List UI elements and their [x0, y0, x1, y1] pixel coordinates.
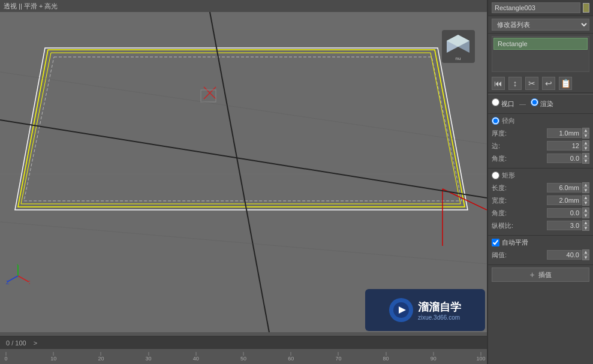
length-input[interactable] — [547, 183, 582, 192]
ruler-mark: 70 — [335, 356, 341, 362]
move-up-button[interactable]: ↕ — [508, 77, 522, 90]
ruler-mark: 60 — [288, 356, 294, 362]
pin-button[interactable]: ⏮ — [492, 77, 505, 90]
modifier-dropdown-row: 修改器列表 — [488, 16, 593, 34]
sides-row: 边: ▲ ▼ — [492, 140, 589, 151]
ruler-mark: 20 — [98, 356, 104, 362]
thickness-down[interactable]: ▼ — [582, 133, 589, 139]
ruler-mark: 0 — [4, 356, 7, 362]
width-input-wrap: ▲ ▼ — [547, 195, 589, 206]
auto-smooth-checkbox[interactable] — [492, 239, 499, 246]
auto-smooth-label: 自动平滑 — [502, 238, 528, 247]
timeline-controls: 0 / 100 > — [0, 336, 487, 350]
interpolate-label: 插值 — [538, 270, 552, 279]
rect-angle-row: 角度: ▲ ▼ — [492, 207, 589, 218]
aspect-up[interactable]: ▲ — [582, 220, 589, 225]
sides-input-wrap: ▲ ▼ — [547, 140, 589, 151]
length-spinner: ▲ ▼ — [582, 182, 589, 193]
threshold-label: 阈值: — [492, 251, 516, 260]
panel-icons-row: ⏮ ↕ ✂ ↩ 📋 — [488, 74, 593, 93]
sides-input[interactable] — [547, 141, 582, 151]
radial-radio[interactable] — [492, 117, 499, 125]
sides-spinner: ▲ ▼ — [582, 140, 589, 151]
radial-angle-down[interactable]: ▼ — [582, 158, 589, 164]
cube-icon[interactable]: nu — [442, 30, 475, 63]
threshold-spinner: ▲ ▼ — [582, 249, 589, 260]
width-spinner: ▲ ▼ — [582, 195, 589, 206]
svg-line-20 — [18, 276, 29, 282]
viewport-canvas[interactable]: nu X Y Z — [0, 12, 487, 336]
viewport-topbar: 透视 || 平滑 + 高光 — [0, 0, 487, 12]
plus-icon: + — [529, 270, 534, 279]
rect-header-row: 矩形 — [492, 171, 589, 180]
paste-button[interactable]: ↩ — [542, 77, 555, 90]
rect-angle-spinner: ▲ ▼ — [582, 207, 589, 218]
render-radio[interactable] — [531, 98, 538, 106]
ruler-mark: 50 — [240, 356, 246, 362]
ruler-mark: 10 — [50, 356, 56, 362]
radial-label: 径向 — [502, 116, 515, 125]
rect-label: 矩形 — [502, 171, 515, 180]
copy-button[interactable]: 📋 — [559, 77, 572, 90]
viewport-radio[interactable] — [492, 98, 499, 106]
axis-indicator: X Y Z — [6, 264, 30, 288]
ruler-mark: 40 — [193, 356, 199, 362]
width-row: 宽度: ▲ ▼ — [492, 195, 589, 206]
radial-angle-input-wrap: ▲ ▼ — [547, 153, 589, 164]
sides-down[interactable]: ▼ — [582, 146, 589, 151]
length-down[interactable]: ▼ — [582, 188, 589, 193]
smooth-section: 自动平滑 阈值: ▲ ▼ — [488, 236, 593, 265]
render-section: 视口 — 渲染 — [488, 96, 593, 114]
radial-section: 径向 厚度: ▲ ▼ 边: ▲ ▼ 角度: — [488, 114, 593, 169]
dash-sep: — — [519, 100, 526, 107]
svg-text:X: X — [29, 279, 30, 285]
thickness-row: 厚度: ▲ ▼ — [492, 128, 589, 139]
object-color-swatch[interactable] — [583, 3, 589, 13]
threshold-down[interactable]: ▼ — [582, 255, 589, 260]
thickness-spinner: ▲ ▼ — [582, 128, 589, 139]
radial-angle-row: 角度: ▲ ▼ — [492, 153, 589, 164]
radial-angle-input[interactable] — [547, 154, 582, 163]
modifier-item-rectangle[interactable]: Rectangle — [493, 38, 588, 50]
length-row: 长度: ▲ ▼ — [492, 182, 589, 193]
threshold-row: 阈值: ▲ ▼ — [492, 249, 589, 260]
rect-angle-input[interactable] — [547, 208, 582, 218]
aspect-down[interactable]: ▼ — [582, 225, 589, 231]
svg-text:nu: nu — [456, 56, 461, 61]
width-label: 宽度: — [492, 196, 516, 205]
frame-counter: 0 / 100 — [2, 338, 30, 348]
watermark-logo — [389, 298, 413, 322]
radial-angle-up[interactable]: ▲ — [582, 153, 589, 158]
width-up[interactable]: ▲ — [582, 195, 589, 200]
thickness-up[interactable]: ▲ — [582, 128, 589, 133]
rect-radio[interactable] — [492, 172, 499, 179]
svg-text:Z: Z — [6, 279, 10, 285]
length-input-wrap: ▲ ▼ — [547, 182, 589, 193]
threshold-up[interactable]: ▲ — [582, 249, 589, 255]
timeline-arrow[interactable]: > — [31, 338, 40, 348]
perspective-svg — [0, 12, 487, 336]
timeline-ruler[interactable]: 0102030405060708090100 — [0, 349, 487, 364]
length-up[interactable]: ▲ — [582, 182, 589, 188]
ruler-mark: 100 — [476, 356, 485, 362]
width-input[interactable] — [547, 195, 582, 205]
width-down[interactable]: ▼ — [582, 200, 589, 206]
sides-up[interactable]: ▲ — [582, 140, 589, 146]
threshold-input[interactable] — [547, 250, 582, 260]
object-name-input[interactable] — [492, 2, 580, 13]
rect-angle-down[interactable]: ▼ — [582, 213, 589, 218]
interpolate-button[interactable]: + 插值 — [492, 267, 589, 282]
aspect-input[interactable] — [547, 221, 582, 230]
rect-angle-up[interactable]: ▲ — [582, 207, 589, 213]
viewport-radio-label: 视口 — [492, 98, 514, 109]
right-panel: 修改器列表 Rectangle ⏮ ↕ ✂ ↩ 📋 视口 — 渲染 — [487, 0, 593, 364]
modifier-dropdown[interactable]: 修改器列表 — [492, 19, 589, 31]
viewport-label: 透视 || 平滑 + 高光 — [4, 2, 58, 11]
length-label: 长度: — [492, 183, 516, 192]
threshold-input-wrap: ▲ ▼ — [547, 249, 589, 260]
thickness-input[interactable] — [547, 128, 582, 138]
cut-button[interactable]: ✂ — [525, 77, 538, 90]
sides-label: 边: — [492, 142, 516, 151]
ruler-mark: 30 — [146, 356, 152, 362]
aspect-spinner: ▲ ▼ — [582, 220, 589, 231]
